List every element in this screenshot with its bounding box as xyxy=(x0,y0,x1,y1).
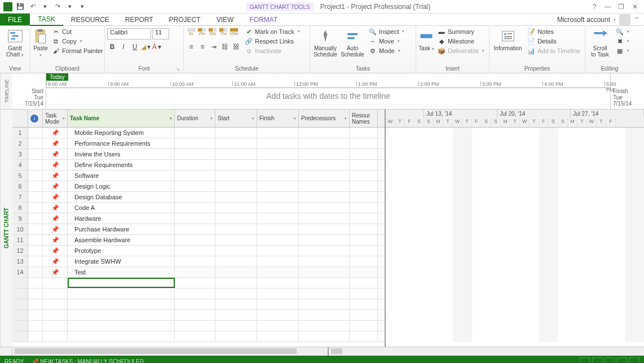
underline-button[interactable]: U xyxy=(130,42,140,52)
view-report-icon[interactable] xyxy=(629,357,639,363)
col-finish[interactable]: Finish▾ xyxy=(257,110,299,127)
copy-button[interactable]: ⧉Copy▾ xyxy=(50,37,105,46)
inactivate-button[interactable]: ⊘Inactivate xyxy=(242,46,302,55)
pct25-button[interactable]: 25x xyxy=(197,28,207,40)
restore-icon[interactable]: ❐ xyxy=(617,3,626,11)
cell-duration[interactable] xyxy=(175,181,215,191)
details-button[interactable]: 📄Details xyxy=(525,37,583,46)
font-name-select[interactable]: Calibri xyxy=(107,28,151,40)
cell-finish[interactable] xyxy=(257,235,299,245)
cell-predecessors[interactable] xyxy=(299,160,350,170)
pct0-button[interactable]: 0x xyxy=(186,28,196,40)
table-row[interactable] xyxy=(12,278,385,288)
cell-task-name[interactable]: Test xyxy=(68,267,175,277)
tab-resource[interactable]: RESOURCE xyxy=(63,14,117,25)
cell-task-name[interactable]: Design Database xyxy=(68,192,175,202)
cell-duration[interactable] xyxy=(175,203,215,213)
cell-indicator[interactable] xyxy=(28,267,43,277)
cell-start[interactable] xyxy=(215,170,257,181)
row-index[interactable]: 5 xyxy=(12,170,28,181)
cell-finish[interactable] xyxy=(257,138,299,148)
cell-finish[interactable] xyxy=(257,149,299,159)
account-area[interactable]: Microsoft account ▾ ⌃ xyxy=(557,14,644,25)
row-index[interactable]: 12 xyxy=(12,246,28,256)
view-team-planner-icon[interactable] xyxy=(605,357,615,363)
cell-task-name[interactable]: Integrate SWHW xyxy=(68,256,175,266)
paste-button[interactable]: Paste ▾ xyxy=(33,27,48,58)
cell-finish[interactable] xyxy=(257,203,299,213)
gantt-body[interactable] xyxy=(386,128,644,342)
cell-resources[interactable] xyxy=(350,192,378,202)
summary-button[interactable]: ▬Summary xyxy=(435,27,487,36)
split-button[interactable]: ⇥ xyxy=(209,42,219,52)
manually-schedule-button[interactable]: ManuallySchedule xyxy=(312,27,338,58)
gantt-scrollbar[interactable] xyxy=(329,347,644,356)
cell-start[interactable] xyxy=(215,224,257,234)
tab-format[interactable]: FORMAT xyxy=(241,14,285,25)
move-button[interactable]: ↔Move▾ xyxy=(367,37,407,46)
save-icon[interactable]: 💾 xyxy=(16,2,25,11)
cell-task-mode[interactable]: 📌 xyxy=(43,149,68,159)
cell-start[interactable] xyxy=(215,246,257,256)
insert-task-button[interactable]: Task ▾ xyxy=(418,27,434,52)
cell-resources[interactable] xyxy=(350,235,378,245)
cell-resources[interactable] xyxy=(350,203,378,213)
fill-button[interactable]: ▦▾ xyxy=(614,46,632,55)
cell-task-name[interactable]: Assemble Hardware xyxy=(68,235,175,245)
row-index[interactable]: 7 xyxy=(12,192,28,202)
cell-task-name[interactable]: Performance Requirements xyxy=(68,138,175,148)
cell-finish[interactable] xyxy=(257,181,299,191)
row-index[interactable]: 9 xyxy=(12,213,28,224)
cell-predecessors[interactable] xyxy=(299,203,350,213)
cell-task-name[interactable]: Purchase Hardware xyxy=(68,224,175,234)
cell-predecessors[interactable] xyxy=(299,246,350,256)
cell-start[interactable] xyxy=(215,138,257,148)
table-row[interactable]: 8📌Code A xyxy=(12,203,385,213)
table-row[interactable]: 6📌Design Logic xyxy=(12,181,385,192)
view-task-usage-icon[interactable] xyxy=(592,357,602,363)
table-row[interactable]: 14📌Test xyxy=(12,267,385,278)
cell-indicator[interactable] xyxy=(28,203,43,213)
indent-button[interactable]: ≡ xyxy=(197,42,208,52)
gantt-chart-pane[interactable]: Jul 13, '14 Jul 20, '14 Jul 27, '14 WTFS… xyxy=(386,110,644,347)
cell-indicator[interactable] xyxy=(28,149,43,159)
font-dialog-launcher[interactable]: ↘ xyxy=(176,67,180,72)
cell-task-mode[interactable]: 📌 xyxy=(43,256,68,266)
col-resource-names[interactable]: ResourNames xyxy=(350,110,378,127)
bold-button[interactable]: B xyxy=(107,42,117,52)
cell-indicator[interactable] xyxy=(28,213,43,224)
cell-task-mode[interactable]: 📌 xyxy=(43,138,68,148)
cell-indicator[interactable] xyxy=(28,192,43,202)
table-row[interactable]: 7📌Design Database xyxy=(12,192,385,203)
mode-button[interactable]: ⚙Mode▾ xyxy=(367,46,407,55)
cell-resources[interactable] xyxy=(350,181,378,191)
cell-finish[interactable] xyxy=(257,256,299,266)
information-button[interactable]: Information xyxy=(492,27,524,51)
cell-duration[interactable] xyxy=(175,138,215,148)
cell-duration[interactable] xyxy=(175,170,215,181)
undo-icon[interactable]: ↶ xyxy=(28,2,37,11)
table-row[interactable]: 4📌Define Requirements xyxy=(12,160,385,170)
auto-schedule-button[interactable]: AutoSchedule xyxy=(339,27,365,58)
respect-links-button[interactable]: 🔗Respect Links xyxy=(242,37,302,46)
row-index[interactable]: 2 xyxy=(12,138,28,148)
table-row[interactable]: 10📌Purchase Hardware xyxy=(12,224,385,235)
cell-task-mode[interactable]: 📌 xyxy=(43,160,68,170)
table-row[interactable]: 2📌Performance Requirements xyxy=(12,138,385,149)
undo-dropdown[interactable]: ▾ xyxy=(41,2,50,11)
cell-resources[interactable] xyxy=(350,149,378,159)
row-index[interactable]: 3 xyxy=(12,149,28,159)
cell-predecessors[interactable] xyxy=(299,138,350,148)
pct75-button[interactable]: 75x xyxy=(218,28,228,40)
cell-resources[interactable] xyxy=(350,128,378,138)
cell-start[interactable] xyxy=(215,160,257,170)
tab-task[interactable]: TASK xyxy=(30,14,63,26)
ribbon-collapse-icon[interactable]: ⌃ xyxy=(634,16,639,24)
outdent-button[interactable]: ≡ xyxy=(186,42,196,52)
cell-duration[interactable] xyxy=(175,160,215,170)
cell-predecessors[interactable] xyxy=(299,267,350,277)
cell-predecessors[interactable] xyxy=(299,149,350,159)
cell-start[interactable] xyxy=(215,181,257,191)
cell-task-mode[interactable]: 📌 xyxy=(43,128,68,138)
cell-task-mode[interactable]: 📌 xyxy=(43,181,68,191)
